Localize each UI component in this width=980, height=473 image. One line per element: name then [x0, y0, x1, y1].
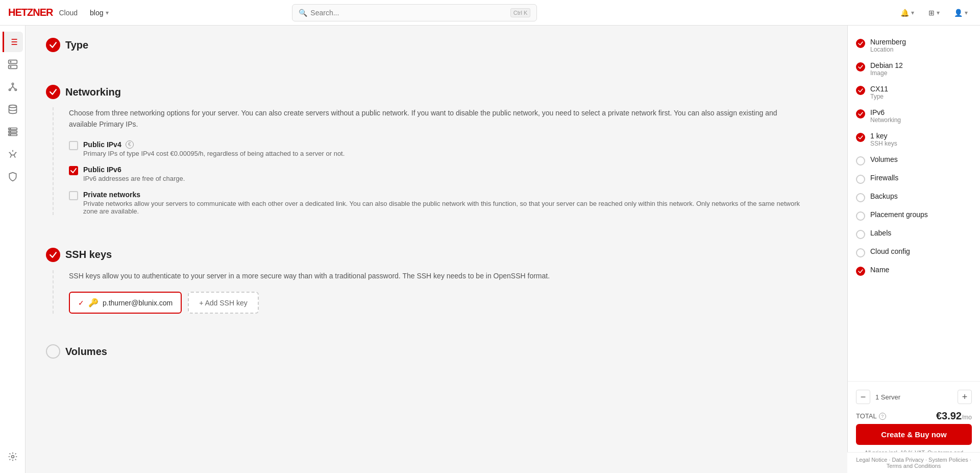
ipv4-label: Public IPv4 — [83, 140, 121, 149]
ssh-sublabel: SSH keys — [870, 140, 897, 147]
search-icon: 🔍 — [299, 9, 307, 17]
checkmark-icon — [858, 135, 863, 140]
data-privacy-link[interactable]: Data Privacy — [892, 457, 924, 463]
checkmark-icon — [50, 41, 57, 49]
networking-label: IPv6 — [870, 108, 901, 116]
ssh-key-card-1[interactable]: ✓ 🔑 p.thurner@blunix.com — [69, 292, 182, 314]
search-input[interactable] — [310, 9, 510, 17]
notifications-button[interactable]: 🔔 ▾ — [896, 7, 918, 19]
type-section: Type — [46, 26, 806, 52]
summary-item-location: Nuremberg Location — [856, 34, 972, 57]
private-network-option: Private networks Private networks allow … — [69, 191, 806, 215]
volumes-unchecked-icon — [46, 344, 60, 359]
sidebar-item-network[interactable] — [3, 77, 23, 97]
ipv4-label-group: Public IPv4 € Primary IPs of type IPv4 c… — [83, 140, 345, 157]
private-network-checkbox[interactable] — [69, 191, 78, 200]
total-price-group: €3.92/mo — [936, 410, 972, 422]
ipv4-info-icon[interactable]: € — [126, 140, 134, 149]
project-selector[interactable]: blog ▾ — [86, 7, 112, 19]
summary-item-placement: Placement groups — [856, 206, 972, 225]
svg-point-10 — [12, 83, 13, 85]
legal-notice-link[interactable]: Legal Notice — [856, 457, 887, 463]
decrease-server-button[interactable]: − — [856, 390, 870, 404]
summary-item-image: Debian 12 Image — [856, 57, 972, 81]
labels-check-empty — [856, 230, 865, 239]
placement-check-empty — [856, 211, 865, 221]
type-title: Type — [65, 39, 88, 51]
logo[interactable]: HETZNER Cloud — [8, 7, 78, 18]
account-button[interactable]: 👤 ▾ — [950, 7, 972, 19]
svg-rect-6 — [8, 60, 17, 64]
chevron-icon: ▾ — [937, 9, 940, 16]
ssh-label: 1 key — [870, 132, 897, 140]
networking-section-header: Networking — [46, 73, 806, 99]
image-label: Debian 12 — [870, 61, 903, 69]
total-label: TOTAL ? — [856, 412, 886, 420]
server-count-label: 1 Server — [875, 393, 952, 401]
ssh-keys-content: SSH keys allow you to authenticate to yo… — [53, 270, 806, 314]
create-buy-button[interactable]: Create & Buy now — [856, 424, 972, 445]
sidebar-item-servers[interactable] — [3, 54, 23, 75]
backups-check-empty — [856, 193, 865, 202]
image-check-filled — [856, 62, 865, 72]
summary-name-text: Name — [870, 266, 889, 274]
networking-section: Networking Choose from three networking … — [46, 73, 806, 215]
sidebar-item-loadbalancer[interactable] — [3, 144, 23, 164]
type-label: CX11 — [870, 85, 888, 93]
sidebar-item-more[interactable] — [3, 446, 23, 467]
ssh-check-filled — [856, 133, 865, 142]
svg-point-9 — [10, 66, 11, 67]
summary-item-firewalls: Firewalls — [856, 170, 972, 188]
checkmark-icon — [50, 88, 57, 96]
checkmark-icon — [858, 41, 863, 46]
ssh-cards-container: ✓ 🔑 p.thurner@blunix.com + Add SSH key — [69, 292, 806, 314]
volumes-title: Volumes — [65, 346, 107, 358]
list-icon — [8, 37, 18, 47]
total-row: TOTAL ? €3.92/mo — [856, 410, 972, 422]
summary-check-cloud-config — [856, 248, 865, 257]
checkmark-icon — [858, 111, 863, 116]
system-policies-link[interactable]: System Policies — [928, 457, 968, 463]
sidebar-item-storage[interactable] — [3, 99, 23, 120]
add-ssh-label: + Add SSH key — [199, 299, 248, 307]
firewalls-label: Firewalls — [870, 174, 898, 182]
chevron-down-icon: ▾ — [106, 9, 109, 16]
summary-check-volumes — [856, 156, 865, 165]
user-icon: 👤 — [954, 9, 963, 17]
backups-label: Backups — [870, 192, 898, 200]
ipv6-checkbox[interactable] — [69, 166, 78, 175]
summary-item-type: CX11 Type — [856, 81, 972, 104]
sidebar-item-dns[interactable] — [3, 122, 23, 142]
cloud-config-label: Cloud config — [870, 247, 910, 255]
labels-label: Labels — [870, 229, 891, 237]
svg-rect-7 — [8, 65, 17, 69]
add-ssh-key-button[interactable]: + Add SSH key — [188, 292, 259, 314]
svg-point-17 — [10, 129, 10, 129]
grid-icon: ⊞ — [928, 9, 935, 17]
volumes-check-empty — [856, 156, 865, 165]
ssh-keys-title: SSH keys — [65, 249, 112, 261]
summary-check-backups — [856, 193, 865, 202]
apps-button[interactable]: ⊞ ▾ — [924, 7, 944, 19]
checkmark-icon — [50, 251, 57, 258]
summary-item-name: Name — [856, 262, 972, 280]
summary-panel: Nuremberg Location Debian 12 Image — [847, 26, 980, 473]
search-bar[interactable]: 🔍 Ctrl K — [292, 4, 537, 21]
firewalls-check-empty — [856, 175, 865, 184]
sidebar-item-firewall[interactable] — [3, 167, 23, 187]
summary-item-cloud-config: Cloud config — [856, 243, 972, 262]
name-check-filled — [856, 267, 865, 276]
increase-server-button[interactable]: + — [958, 390, 972, 404]
key-icon: 🔑 — [88, 298, 99, 308]
terms-conditions-link[interactable]: Terms and Conditions — [887, 463, 941, 469]
ipv4-checkbox[interactable] — [69, 141, 78, 150]
storage-icon — [8, 104, 18, 114]
image-sublabel: Image — [870, 69, 903, 77]
total-info-icon[interactable]: ? — [879, 413, 886, 420]
logo-text: HETZNER — [8, 7, 53, 18]
network-icon — [8, 82, 18, 92]
ipv6-desc: IPv6 addresses are free of charge. — [83, 175, 185, 182]
ipv6-label: Public IPv6 — [83, 165, 121, 174]
checkmark-icon — [70, 168, 77, 174]
sidebar-item-list[interactable] — [3, 32, 23, 52]
